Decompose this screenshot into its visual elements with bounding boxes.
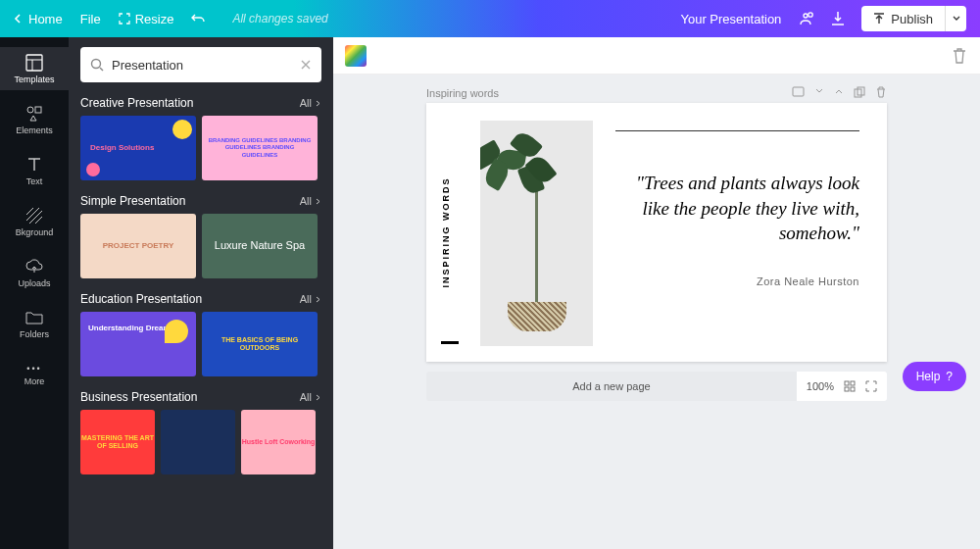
- section-title: Creative Presentation: [80, 96, 193, 110]
- add-page-button[interactable]: Add a new page: [426, 372, 797, 401]
- see-all[interactable]: All: [300, 391, 321, 403]
- section-creative: Creative PresentationAll Design Solution…: [80, 96, 321, 180]
- svg-point-5: [27, 107, 33, 113]
- svg-rect-15: [851, 387, 855, 391]
- rail-more[interactable]: ••• More: [0, 353, 69, 396]
- svg-point-1: [808, 13, 812, 17]
- trash-icon[interactable]: [951, 47, 968, 65]
- file-menu[interactable]: File: [80, 12, 101, 26]
- publish-button[interactable]: Publish: [861, 6, 966, 31]
- slide-header: Inspiring words: [426, 86, 887, 99]
- zoom-level[interactable]: 100%: [807, 380, 834, 392]
- section-title: Education Presentation: [80, 292, 202, 306]
- folders-icon: [25, 309, 43, 326]
- accent-bar: [441, 341, 459, 344]
- help-button[interactable]: Help ?: [903, 362, 966, 391]
- delete-icon[interactable]: [875, 86, 887, 98]
- fullscreen-icon[interactable]: [865, 380, 877, 392]
- template-thumb[interactable]: PROJECT POETRY: [80, 214, 196, 278]
- quote-text: "Trees and plants always look like the p…: [615, 171, 859, 246]
- uploads-icon: [25, 258, 43, 275]
- section-title: Simple Presentation: [80, 194, 185, 208]
- template-thumb[interactable]: [161, 410, 235, 474]
- chevron-down-icon[interactable]: [814, 86, 824, 96]
- svg-point-0: [804, 14, 808, 18]
- rail-templates[interactable]: Templates: [0, 47, 69, 90]
- template-thumb[interactable]: Design Solutions: [80, 116, 196, 180]
- chevron-up-icon[interactable]: [834, 86, 844, 96]
- search-icon: [90, 58, 104, 72]
- svg-rect-14: [845, 387, 849, 391]
- color-palette-button[interactable]: [345, 45, 367, 67]
- chevron-right-icon: [315, 296, 321, 303]
- home-button[interactable]: Home: [14, 12, 63, 26]
- see-all[interactable]: All: [300, 195, 321, 207]
- resize-button[interactable]: Resize: [119, 12, 174, 26]
- grid-icon[interactable]: [844, 380, 856, 392]
- search-box[interactable]: [80, 47, 321, 82]
- undo-icon: [191, 12, 205, 25]
- more-icon: •••: [26, 364, 41, 374]
- divider: [615, 130, 859, 131]
- chevron-right-icon: [315, 100, 321, 107]
- slide-title[interactable]: Inspiring words: [426, 87, 499, 99]
- background-icon: [25, 207, 43, 225]
- rail-uploads[interactable]: Uploads: [0, 251, 69, 294]
- svg-rect-13: [851, 381, 855, 385]
- template-thumb[interactable]: Hustle Loft Coworking: [241, 410, 316, 474]
- clear-icon[interactable]: [300, 59, 312, 71]
- document-title[interactable]: Your Presentation: [680, 12, 781, 26]
- rail-elements[interactable]: Elements: [0, 98, 69, 141]
- canvas-area: Inspiring words INSPIRING WORDS: [333, 37, 980, 549]
- svg-rect-2: [26, 55, 42, 71]
- section-title: Business Presentation: [80, 390, 197, 404]
- rail-background[interactable]: Bkground: [0, 200, 69, 243]
- left-rail: Templates Elements Text Bkground Uploads…: [0, 37, 69, 549]
- text-icon: [25, 156, 43, 174]
- templates-icon: [25, 54, 43, 72]
- rail-text[interactable]: Text: [0, 149, 69, 192]
- section-education: Education PresentationAll Understanding …: [80, 292, 321, 376]
- svg-rect-12: [845, 381, 849, 385]
- publish-dropdown[interactable]: [945, 6, 966, 31]
- template-thumb[interactable]: BRANDING GUIDELINES BRANDING GUIDELINES …: [202, 116, 318, 180]
- canvas-toolbar: [333, 37, 980, 75]
- undo-button[interactable]: [191, 12, 205, 25]
- plant-image: [480, 121, 593, 346]
- svg-rect-9: [793, 87, 804, 96]
- zoom-controls: 100%: [797, 372, 887, 401]
- template-thumb[interactable]: THE BASICS OF BEING OUTDOORS: [202, 312, 318, 376]
- help-icon: ?: [946, 370, 953, 383]
- chevron-right-icon: [315, 198, 321, 205]
- top-toolbar: Home File Resize All changes saved Your …: [0, 0, 980, 37]
- see-all[interactable]: All: [300, 97, 321, 109]
- template-thumb[interactable]: MASTERING THE ART OF SELLING: [80, 410, 155, 474]
- publish-label: Publish: [891, 12, 933, 26]
- notes-icon[interactable]: [792, 86, 805, 99]
- templates-panel: Creative PresentationAll Design Solution…: [69, 37, 333, 549]
- template-thumb[interactable]: Understanding Dreams: [80, 312, 196, 376]
- section-business: Business PresentationAll MASTERING THE A…: [80, 390, 321, 474]
- chevron-right-icon: [315, 394, 321, 401]
- search-input[interactable]: [112, 58, 292, 73]
- chevron-down-icon: [953, 15, 960, 23]
- quote-author: Zora Neale Hurston: [615, 275, 859, 287]
- duplicate-icon[interactable]: [854, 86, 865, 98]
- svg-point-7: [92, 60, 101, 69]
- download-icon[interactable]: [830, 11, 846, 26]
- svg-line-8: [100, 68, 103, 71]
- resize-label: Resize: [135, 12, 174, 26]
- rotated-label: INSPIRING WORDS: [441, 176, 451, 287]
- share-icon[interactable]: [797, 10, 814, 27]
- see-all[interactable]: All: [300, 293, 321, 305]
- template-thumb[interactable]: Luxure Nature Spa: [202, 214, 318, 278]
- save-status: All changes saved: [232, 12, 327, 25]
- svg-rect-6: [35, 107, 41, 113]
- section-simple: Simple PresentationAll PROJECT POETRY Lu…: [80, 194, 321, 278]
- chevron-left-icon: [14, 14, 24, 24]
- rail-folders[interactable]: Folders: [0, 302, 69, 345]
- publish-icon: [873, 13, 885, 25]
- home-label: Home: [28, 12, 63, 26]
- slide-canvas[interactable]: INSPIRING WORDS: [426, 103, 887, 362]
- elements-icon: [25, 105, 43, 123]
